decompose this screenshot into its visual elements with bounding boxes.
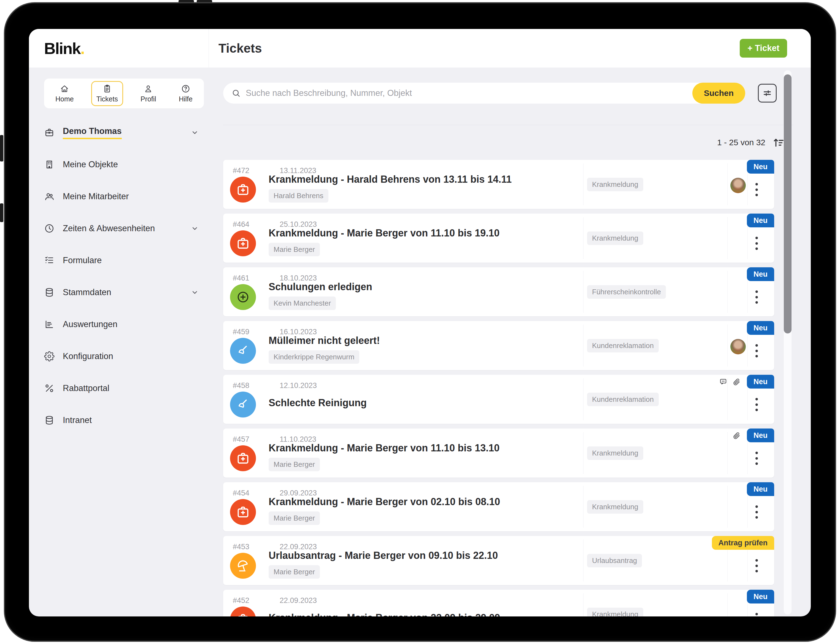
sidebar-item-konfiguration[interactable]: Konfiguration bbox=[44, 340, 209, 372]
ticket-category: Krankmeldung bbox=[587, 500, 643, 514]
status-badge: Neu bbox=[747, 160, 774, 174]
sidebar-item-meine-objekte[interactable]: Meine Objekte bbox=[44, 148, 209, 181]
ticket-type-icon plus-circle-icon bbox=[230, 284, 256, 310]
ticket-row[interactable]: #45222.09.2023Krankmeldung - Marie Berge… bbox=[223, 590, 774, 616]
database-icon bbox=[44, 415, 54, 426]
kebab-menu-button[interactable] bbox=[752, 559, 761, 572]
ticket-title: Schulungen erledigen bbox=[269, 281, 372, 292]
quick-nav-tickets[interactable]: Tickets bbox=[91, 81, 123, 106]
status-badge: Neu bbox=[747, 375, 774, 389]
sidebar-item-label: Konfiguration bbox=[63, 352, 113, 361]
sidebar-item-rabattportal[interactable]: Rabattportal bbox=[44, 372, 209, 404]
ticket-category: Krankmeldung bbox=[587, 447, 643, 460]
sidebar-item-formulare[interactable]: Formulare bbox=[44, 245, 209, 276]
users-icon bbox=[44, 191, 54, 202]
kebab-menu-button[interactable] bbox=[752, 452, 761, 465]
sidebar-item-label: Formulare bbox=[63, 255, 102, 265]
ticket-type-icon first-aid-icon bbox=[230, 177, 256, 202]
sidebar-item-auswertungen[interactable]: Auswertungen bbox=[44, 308, 209, 340]
ticket-number: #458 bbox=[233, 381, 249, 390]
ticket-category-cell: Krankmeldung bbox=[583, 590, 727, 616]
kebab-menu-button[interactable] bbox=[752, 344, 761, 357]
ticket-number: #452 bbox=[233, 596, 249, 605]
sidebar-item-demo-thomas[interactable]: Demo Thomas bbox=[44, 117, 209, 148]
kebab-menu-button[interactable] bbox=[752, 505, 761, 519]
sidebar-item-intranet[interactable]: Intranet bbox=[44, 404, 209, 436]
status-badge: Neu bbox=[747, 482, 774, 496]
ticket-type-icon first-aid-icon bbox=[230, 499, 256, 525]
page: Blink. Tickets + Ticket HomeTicketsProfi… bbox=[0, 0, 840, 644]
status-badge: Neu bbox=[747, 214, 774, 227]
ticket-tag: Harald Behrens bbox=[269, 189, 328, 202]
chevron-down-icon bbox=[190, 128, 199, 137]
ticket-title: Krankmeldung - Marie Berger von 11.10 bi… bbox=[269, 227, 499, 239]
sidebar-item-stammdaten[interactable]: Stammdaten bbox=[44, 276, 209, 308]
ticket-row[interactable]: #45711.10.2023Krankmeldung - Marie Berge… bbox=[223, 429, 774, 478]
ticket-type-icon cleaning-icon bbox=[230, 392, 256, 417]
ticket-row[interactable]: #46425.10.2023Krankmeldung - Marie Berge… bbox=[223, 214, 774, 263]
quick-nav-hilfe[interactable]: Hilfe bbox=[174, 81, 198, 106]
kebab-menu-button[interactable] bbox=[752, 183, 761, 196]
sidebar-item-label: Rabattportal bbox=[63, 383, 109, 393]
ticket-title: Schlechte Reinigung bbox=[269, 397, 367, 409]
sidebar-item-meine-mitarbeiter[interactable]: Meine Mitarbeiter bbox=[44, 181, 209, 212]
help-icon bbox=[181, 84, 190, 94]
quick-nav-label: Hilfe bbox=[179, 95, 193, 103]
kebab-menu-button[interactable] bbox=[752, 291, 761, 304]
ticket-row[interactable]: #46118.10.2023Schulungen erledigenKevin … bbox=[223, 267, 774, 316]
status-badge: Neu bbox=[747, 267, 774, 281]
ticket-number: #464 bbox=[233, 220, 249, 229]
search-button[interactable]: Suchen bbox=[692, 83, 745, 104]
ticket-row[interactable]: #45322.09.2023Urlaubsantrag - Marie Berg… bbox=[223, 536, 774, 585]
ticket-number: #454 bbox=[233, 489, 249, 498]
quick-nav-label: Home bbox=[56, 95, 74, 103]
quick-nav: HomeTicketsProfilHilfe bbox=[44, 79, 204, 108]
hardware-button bbox=[0, 204, 3, 222]
ticket-number: #472 bbox=[233, 166, 249, 175]
ticket-category-cell: Kundenreklamation bbox=[583, 321, 727, 370]
scrollbar[interactable] bbox=[784, 70, 791, 614]
ticket-row[interactable]: #47213.11.2023Krankmeldung - Harald Behr… bbox=[223, 160, 774, 209]
ticket-title: Krankmeldung - Marie Berger von 22.09 bi… bbox=[269, 612, 500, 616]
ticket-type-icon first-aid-icon bbox=[230, 230, 256, 256]
building-icon bbox=[44, 159, 54, 170]
ticket-title: Mülleimer nicht geleert! bbox=[269, 335, 380, 347]
sidebar-menu: Demo ThomasMeine ObjekteMeine Mitarbeite… bbox=[29, 117, 209, 436]
ticket-category: Krankmeldung bbox=[587, 178, 643, 191]
quick-nav-profil[interactable]: Profil bbox=[135, 81, 161, 106]
ticket-category-cell: Urlaubsantrag bbox=[583, 536, 727, 585]
sidebar-item-label: Stammdaten bbox=[63, 288, 111, 297]
ticket-meta bbox=[732, 431, 740, 440]
search-input[interactable] bbox=[245, 82, 692, 104]
sliders-icon bbox=[761, 87, 773, 99]
chart-icon bbox=[44, 319, 54, 330]
sidebar: HomeTicketsProfilHilfe Demo ThomasMeine … bbox=[29, 67, 209, 616]
quick-nav-label: Tickets bbox=[97, 95, 118, 103]
app-window: Blink. Tickets + Ticket HomeTicketsProfi… bbox=[29, 29, 811, 616]
ticket-body: Mülleimer nicht geleert!Kinderkrippe Reg… bbox=[269, 332, 572, 366]
kebab-menu-button[interactable] bbox=[752, 237, 761, 250]
status-badge: Neu bbox=[747, 429, 774, 442]
filter-button[interactable] bbox=[758, 84, 777, 102]
ticket-row[interactable]: #45812.10.2023Schlechte ReinigungKundenr… bbox=[223, 375, 774, 424]
sidebar-item-zeiten-abwesenheiten[interactable]: Zeiten & Abwesenheiten bbox=[44, 212, 209, 245]
ticket-body: Krankmeldung - Marie Berger von 11.10 bi… bbox=[269, 225, 572, 259]
quick-nav-label: Profil bbox=[141, 95, 156, 103]
quick-nav-home[interactable]: Home bbox=[50, 81, 79, 106]
kebab-menu-button[interactable] bbox=[752, 398, 761, 411]
new-ticket-button[interactable]: + Ticket bbox=[740, 39, 787, 58]
result-count: 1 - 25 von 32 bbox=[717, 138, 765, 147]
sort-icon[interactable] bbox=[772, 136, 784, 149]
logo-dot: . bbox=[80, 39, 85, 58]
clock-icon bbox=[44, 223, 54, 234]
scrollbar-thumb[interactable] bbox=[784, 74, 791, 334]
ticket-title: Urlaubsantrag - Marie Berger von 09.10 b… bbox=[269, 550, 498, 561]
divider bbox=[727, 271, 728, 313]
ticket-row[interactable]: #45429.09.2023Krankmeldung - Marie Berge… bbox=[223, 482, 774, 531]
ticket-category: Krankmeldung bbox=[587, 232, 643, 245]
ticket-row[interactable]: #45916.10.2023Mülleimer nicht geleert!Ki… bbox=[223, 321, 774, 370]
ticket-category: Führerscheinkontrolle bbox=[587, 285, 666, 299]
search-icon bbox=[231, 89, 241, 98]
kebab-menu-button[interactable] bbox=[752, 613, 761, 616]
ticket-type-icon cleaning-icon bbox=[230, 338, 256, 364]
